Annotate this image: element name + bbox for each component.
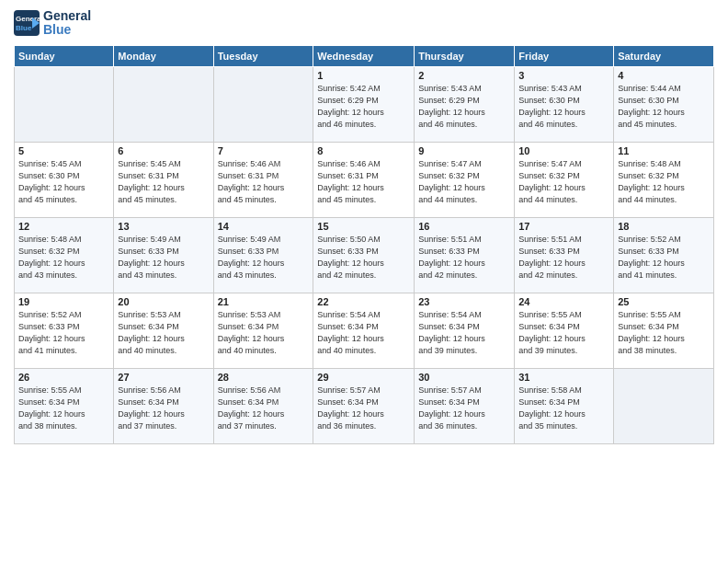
day-number: 27	[118, 372, 209, 383]
calendar-cell: 2Sunrise: 5:43 AM Sunset: 6:29 PM Daylig…	[415, 66, 515, 142]
days-header-row: SundayMondayTuesdayWednesdayThursdayFrid…	[15, 45, 714, 66]
calendar-cell: 15Sunrise: 5:50 AM Sunset: 6:33 PM Dayli…	[313, 217, 415, 293]
day-info: Sunrise: 5:55 AM Sunset: 6:34 PM Dayligh…	[18, 385, 109, 432]
day-info: Sunrise: 5:49 AM Sunset: 6:33 PM Dayligh…	[118, 234, 209, 282]
logo-text-general: General	[43, 9, 91, 23]
day-number: 26	[18, 372, 109, 383]
calendar-cell	[213, 66, 313, 142]
day-info: Sunrise: 5:56 AM Sunset: 6:34 PM Dayligh…	[218, 385, 310, 432]
calendar-cell: 19Sunrise: 5:52 AM Sunset: 6:33 PM Dayli…	[15, 293, 114, 368]
calendar-cell: 17Sunrise: 5:51 AM Sunset: 6:33 PM Dayli…	[515, 217, 614, 293]
day-number: 11	[618, 145, 710, 156]
calendar-cell: 6Sunrise: 5:45 AM Sunset: 6:31 PM Daylig…	[114, 142, 213, 217]
logo-wordmark: General Blue	[43, 9, 91, 38]
day-info: Sunrise: 5:45 AM Sunset: 6:31 PM Dayligh…	[118, 158, 209, 206]
day-header-sunday: Sunday	[15, 45, 114, 66]
day-header-thursday: Thursday	[415, 45, 515, 66]
calendar-cell: 11Sunrise: 5:48 AM Sunset: 6:32 PM Dayli…	[614, 142, 714, 217]
day-number: 6	[118, 145, 209, 156]
day-number: 24	[518, 296, 609, 307]
calendar-cell: 27Sunrise: 5:56 AM Sunset: 6:34 PM Dayli…	[114, 368, 213, 443]
day-info: Sunrise: 5:54 AM Sunset: 6:34 PM Dayligh…	[418, 309, 510, 357]
calendar-cell: 31Sunrise: 5:58 AM Sunset: 6:34 PM Dayli…	[515, 368, 614, 443]
day-info: Sunrise: 5:52 AM Sunset: 6:33 PM Dayligh…	[18, 309, 109, 357]
day-number: 17	[518, 221, 609, 232]
day-number: 7	[218, 145, 310, 156]
day-number: 9	[418, 145, 510, 156]
week-row-5: 26Sunrise: 5:55 AM Sunset: 6:34 PM Dayli…	[15, 368, 714, 443]
calendar-cell: 21Sunrise: 5:53 AM Sunset: 6:34 PM Dayli…	[213, 293, 313, 368]
day-number: 8	[317, 145, 410, 156]
calendar-cell: 13Sunrise: 5:49 AM Sunset: 6:33 PM Dayli…	[114, 217, 213, 293]
day-header-monday: Monday	[114, 45, 213, 66]
day-info: Sunrise: 5:46 AM Sunset: 6:31 PM Dayligh…	[218, 158, 310, 206]
day-info: Sunrise: 5:43 AM Sunset: 6:29 PM Dayligh…	[418, 83, 510, 131]
calendar-cell: 8Sunrise: 5:46 AM Sunset: 6:31 PM Daylig…	[313, 142, 415, 217]
day-number: 19	[18, 296, 109, 307]
calendar-cell: 4Sunrise: 5:44 AM Sunset: 6:30 PM Daylig…	[614, 66, 714, 142]
day-number: 2	[418, 70, 510, 81]
day-info: Sunrise: 5:57 AM Sunset: 6:34 PM Dayligh…	[317, 385, 410, 432]
day-number: 3	[518, 70, 609, 81]
calendar-cell: 7Sunrise: 5:46 AM Sunset: 6:31 PM Daylig…	[213, 142, 313, 217]
calendar-cell: 28Sunrise: 5:56 AM Sunset: 6:34 PM Dayli…	[213, 368, 313, 443]
day-info: Sunrise: 5:57 AM Sunset: 6:34 PM Dayligh…	[418, 385, 510, 432]
logo: General Blue General Blue	[14, 9, 91, 38]
day-number: 22	[317, 296, 410, 307]
calendar-cell: 16Sunrise: 5:51 AM Sunset: 6:33 PM Dayli…	[415, 217, 515, 293]
day-info: Sunrise: 5:48 AM Sunset: 6:32 PM Dayligh…	[618, 158, 710, 206]
week-row-4: 19Sunrise: 5:52 AM Sunset: 6:33 PM Dayli…	[15, 293, 714, 368]
calendar-table: SundayMondayTuesdayWednesdayThursdayFrid…	[14, 45, 714, 444]
calendar-cell: 3Sunrise: 5:43 AM Sunset: 6:30 PM Daylig…	[515, 66, 614, 142]
day-info: Sunrise: 5:53 AM Sunset: 6:34 PM Dayligh…	[218, 309, 310, 357]
day-number: 20	[118, 296, 209, 307]
calendar-cell	[15, 66, 114, 142]
day-info: Sunrise: 5:48 AM Sunset: 6:32 PM Dayligh…	[18, 234, 109, 282]
day-number: 28	[218, 372, 310, 383]
week-row-3: 12Sunrise: 5:48 AM Sunset: 6:32 PM Dayli…	[15, 217, 714, 293]
calendar-cell: 10Sunrise: 5:47 AM Sunset: 6:32 PM Dayli…	[515, 142, 614, 217]
day-number: 13	[118, 221, 209, 232]
calendar-cell: 23Sunrise: 5:54 AM Sunset: 6:34 PM Dayli…	[415, 293, 515, 368]
day-info: Sunrise: 5:47 AM Sunset: 6:32 PM Dayligh…	[418, 158, 510, 206]
day-number: 4	[618, 70, 710, 81]
day-number: 25	[618, 296, 710, 307]
day-info: Sunrise: 5:42 AM Sunset: 6:29 PM Dayligh…	[317, 83, 410, 131]
header: General Blue General Blue	[14, 9, 714, 38]
day-info: Sunrise: 5:51 AM Sunset: 6:33 PM Dayligh…	[418, 234, 510, 282]
day-info: Sunrise: 5:56 AM Sunset: 6:34 PM Dayligh…	[118, 385, 209, 432]
day-number: 16	[418, 221, 510, 232]
calendar-cell: 24Sunrise: 5:55 AM Sunset: 6:34 PM Dayli…	[515, 293, 614, 368]
day-info: Sunrise: 5:50 AM Sunset: 6:33 PM Dayligh…	[317, 234, 410, 282]
day-header-wednesday: Wednesday	[313, 45, 415, 66]
day-header-saturday: Saturday	[614, 45, 714, 66]
day-number: 30	[418, 372, 510, 383]
day-info: Sunrise: 5:47 AM Sunset: 6:32 PM Dayligh…	[518, 158, 609, 206]
day-info: Sunrise: 5:53 AM Sunset: 6:34 PM Dayligh…	[118, 309, 209, 357]
calendar-cell: 20Sunrise: 5:53 AM Sunset: 6:34 PM Dayli…	[114, 293, 213, 368]
day-number: 21	[218, 296, 310, 307]
day-info: Sunrise: 5:51 AM Sunset: 6:33 PM Dayligh…	[518, 234, 609, 282]
day-info: Sunrise: 5:52 AM Sunset: 6:33 PM Dayligh…	[618, 234, 710, 282]
day-number: 29	[317, 372, 410, 383]
calendar-cell: 29Sunrise: 5:57 AM Sunset: 6:34 PM Dayli…	[313, 368, 415, 443]
day-number: 1	[317, 70, 410, 81]
day-number: 5	[18, 145, 109, 156]
day-info: Sunrise: 5:44 AM Sunset: 6:30 PM Dayligh…	[618, 83, 710, 131]
calendar-cell: 5Sunrise: 5:45 AM Sunset: 6:30 PM Daylig…	[15, 142, 114, 217]
calendar-cell: 9Sunrise: 5:47 AM Sunset: 6:32 PM Daylig…	[415, 142, 515, 217]
day-info: Sunrise: 5:55 AM Sunset: 6:34 PM Dayligh…	[618, 309, 710, 357]
day-number: 15	[317, 221, 410, 232]
day-number: 12	[18, 221, 109, 232]
week-row-1: 1Sunrise: 5:42 AM Sunset: 6:29 PM Daylig…	[15, 66, 714, 142]
logo-text-blue: Blue	[43, 23, 91, 37]
day-header-tuesday: Tuesday	[213, 45, 313, 66]
day-number: 18	[618, 221, 710, 232]
day-number: 14	[218, 221, 310, 232]
svg-text:Blue: Blue	[16, 24, 32, 32]
logo-icon: General Blue	[14, 10, 40, 36]
day-header-friday: Friday	[515, 45, 614, 66]
day-info: Sunrise: 5:58 AM Sunset: 6:34 PM Dayligh…	[518, 385, 609, 432]
day-number: 31	[518, 372, 609, 383]
calendar-cell: 26Sunrise: 5:55 AM Sunset: 6:34 PM Dayli…	[15, 368, 114, 443]
